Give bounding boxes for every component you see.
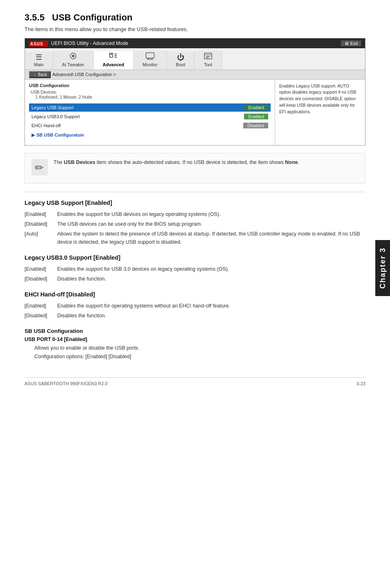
sb-usb-heading: SB USB Configuration [25, 328, 365, 334]
page-footer: ASUS SABERTOOTH 990FX/GEN3 R2.0 3-23 [25, 377, 365, 386]
nav-monitor[interactable]: Monitor [134, 51, 167, 70]
table-row: [Enabled] Enables the support for USB 3.… [25, 264, 365, 274]
legacy-usb30-heading: Legacy USB3.0 Support [Enabled] [25, 254, 365, 261]
bios-titlebar-left: ASUS UEFI BIOS Utility - Advanced Mode [29, 40, 128, 47]
main-icon: ☰ [36, 54, 42, 61]
monitor-icon: 🖥 [344, 41, 349, 46]
nav-boot[interactable]: ⏻ Boot [167, 52, 195, 70]
ehci-table: [Enabled] Enables the support for operat… [25, 301, 365, 321]
bios-right-panel: Enables Legacy USB support. AUTO option … [275, 80, 365, 145]
advanced-icon [109, 52, 118, 61]
table-row: [Disabled] Disables the function. [25, 274, 365, 284]
ai-tweaker-icon [69, 52, 77, 61]
back-button[interactable]: ← Back [29, 71, 51, 78]
table-row: [Disabled] Disables the function. [25, 311, 365, 321]
tool-icon [204, 52, 213, 61]
section-legacy-usb30: Legacy USB3.0 Support [Enabled] [Enabled… [25, 254, 365, 284]
bios-device-info: USB Devices: 1 Keyboard, 1 Mouse, 2 Hubs [29, 90, 271, 99]
bios-ui-box: ASUS UEFI BIOS Utility - Advanced Mode 🖥… [25, 38, 365, 146]
breadcrumb-path: Advanced\ USB Configuration > [52, 72, 116, 77]
svg-rect-5 [110, 54, 112, 55]
svg-rect-9 [146, 53, 154, 58]
usb-port-heading: USB PORT 0-14 [Enabled] [25, 337, 365, 342]
note-text: The USB Devices item shows the auto-dete… [54, 158, 299, 166]
svg-rect-4 [110, 53, 113, 57]
svg-text:✏: ✏ [35, 162, 44, 174]
bios-submenu-sb-usb[interactable]: ▶ SB USB Configuratuin [29, 130, 271, 140]
usb-port-description: Allows you to enable or disable the USB … [25, 344, 365, 361]
bios-content: USB Configuration USB Devices: 1 Keyboar… [25, 80, 365, 145]
section-title: 3.5.5 USB Configuration [25, 12, 365, 23]
monitor-nav-icon [146, 52, 155, 61]
legacy-usb-badge: Enabled [244, 105, 268, 110]
nav-ai-tweaker[interactable]: Ai Tweaker [53, 51, 94, 70]
section-legacy-usb: Legacy USB Support [Enabled] [Enabled] E… [25, 200, 365, 247]
bios-breadcrumb: ← Back Advanced\ USB Configuration > [25, 70, 365, 80]
chapter-tab: Chapter 3 [375, 240, 390, 296]
section-subtitle: The items in this menu allow you to chan… [25, 26, 365, 32]
nav-main[interactable]: ☰ Main [25, 52, 53, 70]
ehci-badge: Disabled [243, 123, 268, 128]
bios-exit-button[interactable]: 🖥 Exit [341, 40, 361, 46]
legacy-usb30-badge: Enabled [244, 114, 268, 119]
legacy-usb-table: [Enabled] Enables the support for USB de… [25, 209, 365, 247]
note-box: ✏ The USB Devices item shows the auto-de… [25, 153, 365, 184]
bios-title: UEFI BIOS Utility - Advanced Mode [51, 40, 128, 46]
footer-left: ASUS SABERTOOTH 990FX/GEN3 R2.0 [25, 381, 108, 386]
bios-titlebar: ASUS UEFI BIOS Utility - Advanced Mode 🖥… [25, 38, 365, 48]
ehci-heading: EHCI Hand-off [Disabled] [25, 291, 365, 298]
svg-text:ASUS: ASUS [30, 42, 43, 46]
table-row: [Auto] Allows the system to detect the p… [25, 229, 365, 247]
bios-row-legacy-usb[interactable]: Legacy USB Support Enabled [29, 103, 271, 112]
section-ehci: EHCI Hand-off [Disabled] [Enabled] Enabl… [25, 291, 365, 321]
bios-section-label: USB Configuration [29, 83, 271, 88]
asus-logo: ASUS [29, 40, 48, 47]
legacy-usb-heading: Legacy USB Support [Enabled] [25, 200, 365, 206]
footer-right: 3-23 [356, 381, 365, 386]
svg-point-3 [72, 55, 74, 57]
bios-nav: ☰ Main Ai Tweaker Advanced Monitor [25, 48, 365, 70]
nav-tool[interactable]: Tool [195, 51, 222, 70]
section-sb-usb: SB USB Configuration USB PORT 0-14 [Enab… [25, 328, 365, 361]
legacy-usb30-table: [Enabled] Enables the support for USB 3.… [25, 264, 365, 284]
boot-icon: ⏻ [177, 54, 184, 61]
table-row: [Enabled] Enables the support for operat… [25, 301, 365, 311]
bios-left-panel: USB Configuration USB Devices: 1 Keyboar… [25, 80, 275, 145]
bios-row-legacy-usb30[interactable]: Legacy USB3.0 Support Enabled [29, 112, 271, 121]
table-row: [Disabled] The USB devices can be used o… [25, 219, 365, 229]
svg-rect-13 [204, 53, 212, 59]
arrow-right-icon: ▶ [31, 132, 35, 138]
table-row: [Enabled] Enables the support for USB de… [25, 209, 365, 219]
nav-advanced[interactable]: Advanced [94, 51, 134, 70]
bios-row-ehci[interactable]: EHCI Hand-off Disabled [29, 121, 271, 130]
note-icon: ✏ [31, 159, 48, 178]
divider-1 [25, 192, 365, 192]
